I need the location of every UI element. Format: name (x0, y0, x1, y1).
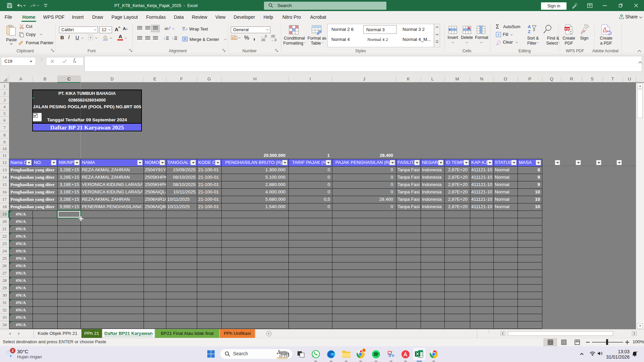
svg-text:Z: Z (528, 29, 530, 34)
svg-text:ab: ab (164, 26, 168, 31)
svg-text:ab: ab (182, 26, 185, 29)
svg-text:A: A (528, 24, 531, 29)
svg-text:PDF: PDF (565, 27, 570, 31)
svg-text:z: z (637, 351, 638, 353)
svg-text:$: $ (232, 36, 233, 40)
svg-text:€: € (235, 37, 236, 40)
